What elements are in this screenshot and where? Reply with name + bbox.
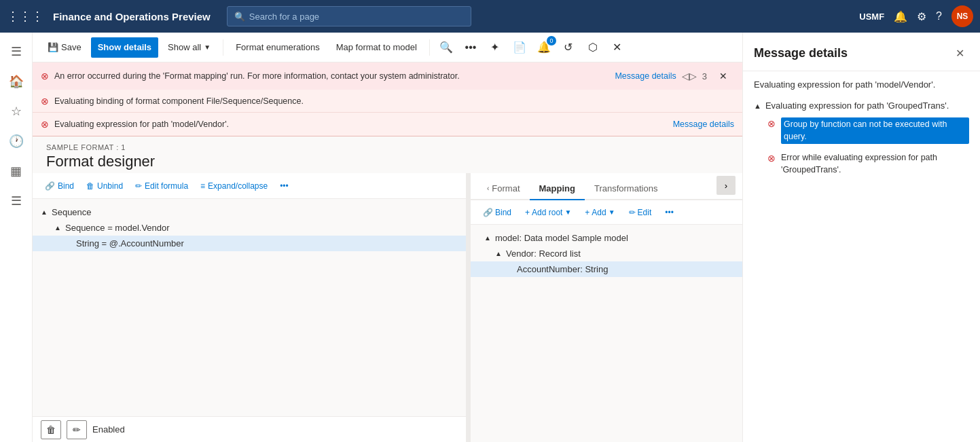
msg-error-icon-1: ⊗ (767, 118, 776, 129)
add-root-chevron: ▼ (564, 208, 571, 216)
open-button[interactable]: ⬡ (582, 37, 604, 58)
dismiss-errors-button[interactable]: ✕ (712, 66, 734, 86)
close-toolbar-button[interactable]: ✕ (606, 37, 628, 58)
error-header-row: ⊗ An error occurred during the 'Format m… (33, 62, 742, 90)
grid-icon[interactable]: ⋮⋮⋮ (7, 9, 43, 24)
sidebar-item-list[interactable]: ☰ (3, 187, 30, 215)
sidebar-item-grid[interactable]: ▦ (3, 158, 30, 185)
group-chevron-icon: ▲ (754, 102, 761, 110)
mapping-toolbar: 🔗 Bind + Add root ▼ + Add ▼ ✏ (471, 200, 742, 225)
add-button[interactable]: + Add ▼ (579, 204, 620, 221)
tab-transformations[interactable]: Transformations (585, 178, 667, 200)
expand-collapse-button[interactable]: ≡ Expand/collapse (195, 177, 273, 196)
save-button[interactable]: 💾 Save (41, 37, 88, 58)
tab-next-button[interactable]: › (716, 176, 736, 195)
map-item-vendor[interactable]: ▲ Vendor: Record list (471, 246, 742, 261)
more-button[interactable]: ••• (460, 37, 482, 58)
more-mapping-button[interactable]: ••• (659, 204, 679, 221)
plus-icon: + (525, 208, 530, 217)
search-bar[interactable]: 🔍 Search for a page (227, 6, 471, 26)
settings-icon[interactable]: ⚙ (917, 10, 926, 23)
toolbar-divider (223, 39, 223, 56)
map-item-model[interactable]: ▲ model: Data model Sample model (471, 230, 742, 246)
bell-icon[interactable]: 🔔 (894, 10, 907, 23)
left-panel: 🔗 Bind 🗑 Unbind ✏ Edit formula ≡ Expand/… (33, 173, 467, 442)
page-header: SAMPLE FORMAT : 1 Format designer (33, 136, 742, 173)
tree-toggle-1: ▲ (54, 224, 62, 232)
delete-button[interactable]: 🗑 (41, 420, 61, 439)
expand-icon: ≡ (200, 181, 205, 191)
error-icon-3: ⊗ (41, 119, 49, 130)
status-label: Enabled (92, 424, 125, 435)
avatar[interactable]: NS (951, 5, 973, 27)
tab-chevron-left: ‹ (487, 185, 489, 192)
save-icon: 💾 (48, 42, 58, 52)
sidebar-item-star[interactable]: ☆ (3, 98, 30, 125)
message-details-link[interactable]: Message details (615, 71, 676, 81)
main-layout: ☰ 🏠 ☆ 🕐 ▦ ☰ 💾 Save Show details Show all… (0, 33, 980, 442)
unbind-icon: 🗑 (86, 181, 94, 191)
tree-item-sequence-vendor[interactable]: ▲ Sequence = model.Vendor (33, 220, 466, 236)
tab-format[interactable]: ‹ Format (477, 178, 530, 200)
edit-formula-button[interactable]: ✏ Edit formula (130, 177, 194, 196)
map-label-2: AccountNumber: String (517, 264, 608, 274)
more-panel-button[interactable]: ••• (274, 177, 294, 196)
map-format-button[interactable]: Map format to model (329, 37, 424, 58)
edit-button[interactable]: ✏ (67, 420, 87, 439)
sidebar-item-clock[interactable]: 🕐 (3, 128, 30, 155)
help-icon[interactable]: ? (936, 10, 942, 22)
refresh-button[interactable]: ↺ (558, 37, 579, 58)
bind-icon: 🔗 (45, 181, 55, 191)
notification-btn-wrap: 🔔 0 (533, 37, 555, 58)
error-header-icon: ⊗ (41, 71, 49, 81)
sidebar-item-house[interactable]: 🏠 (3, 68, 30, 95)
map-label-0: model: Data model Sample model (495, 233, 628, 243)
tree-item-sequence[interactable]: ▲ Sequence (33, 204, 466, 220)
show-all-button[interactable]: Show all ▼ (161, 37, 217, 58)
nav-arrows[interactable]: ◁▷ (682, 71, 697, 81)
add-chevron: ▼ (609, 208, 615, 216)
error-text-2: Evaluating binding of format component F… (54, 96, 734, 106)
error-row-3: ⊗ Evaluating expression for path 'model/… (33, 113, 742, 136)
search-placeholder: Search for a page (249, 12, 319, 22)
sidebar-item-home[interactable]: ☰ (3, 38, 30, 65)
msg-error-icon-2: ⊗ (767, 153, 776, 164)
toolbar-divider-2 (429, 39, 430, 56)
message-panel-header: Message details ✕ (743, 33, 980, 71)
designer-area: 🔗 Bind 🗑 Unbind ✏ Edit formula ≡ Expand/… (33, 173, 742, 442)
mapping-tree: ▲ model: Data model Sample model ▲ Vendo… (471, 225, 742, 442)
page-subtitle: SAMPLE FORMAT : 1 (46, 143, 729, 151)
message-details-link-2[interactable]: Message details (673, 119, 734, 129)
map-item-account[interactable]: AccountNumber: String (471, 261, 742, 277)
unbind-button[interactable]: 🗑 Unbind (81, 177, 128, 196)
message-panel-title: Message details (754, 46, 848, 60)
pencil-icon: ✏ (135, 181, 142, 191)
document-icon-btn[interactable]: 📄 (509, 37, 530, 58)
right-panel: ‹ Format Mapping Transformations › 🔗 (471, 173, 742, 442)
main-toolbar: 💾 Save Show details Show all ▼ Format en… (33, 33, 742, 62)
search-button[interactable]: 🔍 (435, 37, 457, 58)
cross-icon-btn[interactable]: ✦ (484, 37, 506, 58)
tree-item-string[interactable]: String = @.AccountNumber (33, 236, 466, 251)
edit-map-button[interactable]: ✏ Edit (623, 204, 657, 221)
error-header-text: An error occurred during the 'Format map… (54, 71, 609, 81)
topbar-right: USMF 🔔 ⚙ ? NS (859, 5, 973, 27)
map-bind-button[interactable]: 🔗 Bind (477, 204, 517, 221)
show-details-button[interactable]: Show details (91, 37, 158, 58)
search-icon: 🔍 (234, 12, 245, 22)
tree-label-2: String = @.AccountNumber (76, 238, 184, 248)
add-root-button[interactable]: + Add root ▼ (520, 204, 577, 221)
format-enumerations-button[interactable]: Format enumerations (229, 37, 327, 58)
tabs-row: ‹ Format Mapping Transformations › (471, 173, 742, 200)
message-panel-close-button[interactable]: ✕ (950, 43, 969, 62)
error-text-3: Evaluating expression for path 'model/Ve… (54, 119, 668, 129)
tab-mapping[interactable]: Mapping (530, 178, 585, 200)
tree-toggle-0: ▲ (41, 208, 49, 216)
map-toggle-0: ▲ (484, 234, 492, 242)
bind-button[interactable]: 🔗 Bind (39, 177, 79, 196)
add-icon: + (585, 208, 589, 217)
sidebar-icons: ☰ 🏠 ☆ 🕐 ▦ ☰ (0, 33, 33, 442)
message-group-header[interactable]: ▲ Evaluating expression for path 'Groupe… (754, 98, 969, 113)
page-title: Format designer (46, 153, 729, 170)
message-error-item-2: ⊗ Error while evaluating expression for … (754, 148, 969, 180)
